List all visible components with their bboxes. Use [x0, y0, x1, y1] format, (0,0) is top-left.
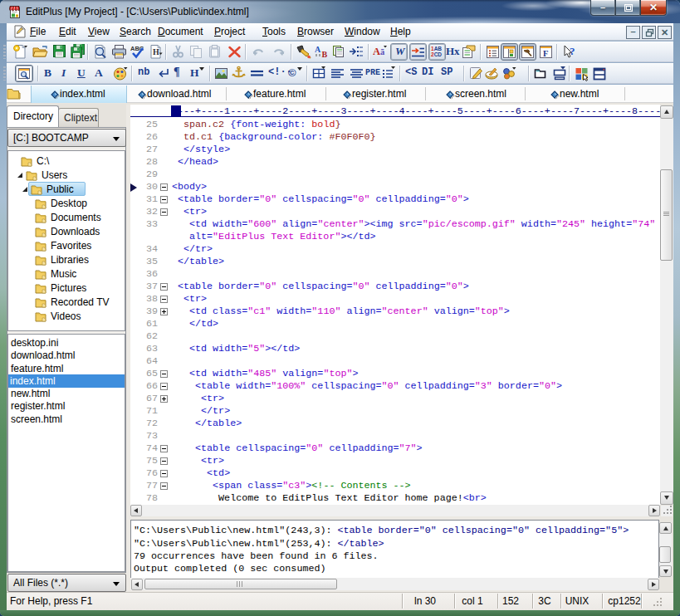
svg-text:A: A: [373, 46, 380, 57]
svg-text:F: F: [543, 49, 548, 58]
svg-text:ā: ā: [380, 47, 385, 56]
svg-text:?: ?: [570, 45, 575, 57]
svg-text:H: H: [153, 47, 159, 56]
svg-text:A: A: [315, 45, 321, 54]
svg-text:B: B: [322, 50, 328, 59]
